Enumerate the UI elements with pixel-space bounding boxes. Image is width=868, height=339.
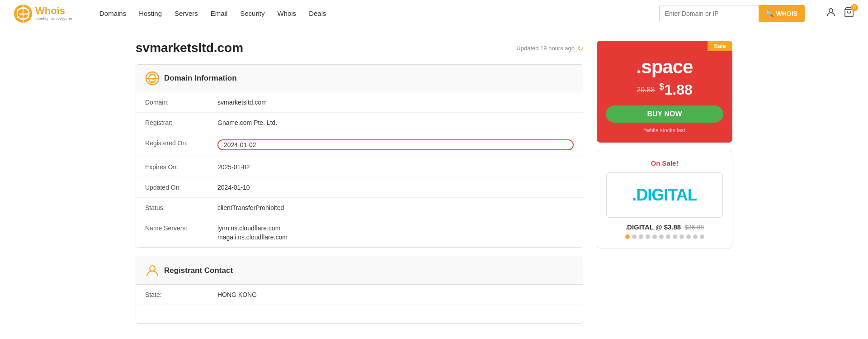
search-input[interactable] bbox=[659, 5, 759, 22]
nav-item-deals[interactable]: Deals bbox=[309, 10, 326, 17]
person-icon bbox=[145, 263, 160, 278]
dot-7[interactable] bbox=[666, 234, 670, 239]
domain-info-card-header: www Domain Information bbox=[136, 65, 583, 92]
domain-title-row: svmarketsltd.com Updated 19 hours ago ↻ bbox=[136, 41, 583, 55]
dot-4[interactable] bbox=[646, 234, 650, 239]
nav-item-domains[interactable]: Domains bbox=[99, 10, 126, 17]
refresh-icon[interactable]: ↻ bbox=[577, 44, 583, 53]
buy-now-button[interactable]: BUY NOW bbox=[606, 105, 723, 123]
expires-on-value: 2025-01-02 bbox=[217, 163, 574, 171]
table-row: Registered On: 2024-01-02 bbox=[136, 133, 583, 157]
status-value: clientTransferProhibited bbox=[217, 204, 574, 211]
search-area: 🔍 WHOIS bbox=[659, 5, 805, 22]
space-promo-card: Sale .space 29.88 $1.88 BUY NOW *while s… bbox=[597, 41, 732, 143]
nav-item-security[interactable]: Security bbox=[240, 10, 264, 17]
updated-label: Updated 19 hours ago bbox=[516, 45, 575, 52]
registrant-card-header: Registrant Contact bbox=[136, 257, 583, 285]
sidebar: Sale .space 29.88 $1.88 BUY NOW *while s… bbox=[597, 41, 732, 333]
domain-value: svmarketsltd.com bbox=[217, 99, 574, 106]
dot-1[interactable] bbox=[625, 234, 630, 239]
table-row bbox=[136, 305, 583, 323]
search-button-label: WHOIS bbox=[776, 10, 797, 17]
nameserver-1: lynn.ns.cloudflare.com bbox=[217, 224, 574, 232]
dot-3[interactable] bbox=[639, 234, 643, 239]
nameservers-value: lynn.ns.cloudflare.com magali.ns.cloudfl… bbox=[217, 224, 574, 241]
user-icon[interactable] bbox=[826, 7, 836, 20]
space-old-price: 29.88 bbox=[637, 86, 655, 94]
nameservers-label: Name Servers: bbox=[145, 224, 217, 232]
table-row: Expires On: 2025-01-02 bbox=[136, 157, 583, 177]
digital-promo-card: On Sale! .DIGITAL .DIGITAL @ $3.88 $36.8… bbox=[597, 150, 732, 248]
main-nav: Domains Hosting Servers Email Security W… bbox=[99, 10, 646, 17]
digital-box: .DIGITAL bbox=[606, 172, 723, 218]
space-domain-text: .space bbox=[606, 56, 723, 78]
nav-item-hosting[interactable]: Hosting bbox=[139, 10, 162, 17]
sale-badge: Sale bbox=[708, 41, 732, 51]
main-wrapper: svmarketsltd.com Updated 19 hours ago ↻ … bbox=[127, 27, 741, 339]
carousel-dots bbox=[606, 234, 723, 239]
dot-5[interactable] bbox=[652, 234, 657, 239]
digital-old-price: $36.88 bbox=[684, 224, 704, 231]
digital-price-row: .DIGITAL @ $3.88 $36.88 bbox=[606, 223, 723, 231]
dot-10[interactable] bbox=[686, 234, 691, 239]
updated-on-value: 2024-01-10 bbox=[217, 184, 574, 191]
content-area: svmarketsltd.com Updated 19 hours ago ↻ … bbox=[136, 41, 583, 333]
dollar-sign: $ bbox=[659, 81, 664, 91]
dot-11[interactable] bbox=[693, 234, 698, 239]
table-row: Status: clientTransferProhibited bbox=[136, 198, 583, 218]
state-value: HONG KONG bbox=[217, 291, 574, 298]
dot-8[interactable] bbox=[673, 234, 677, 239]
svg-point-10 bbox=[150, 266, 155, 271]
nav-item-whois[interactable]: Whois bbox=[277, 10, 296, 17]
registrar-label: Registrar: bbox=[145, 119, 217, 126]
on-sale-label: On Sale! bbox=[606, 159, 723, 167]
table-row: Name Servers: lynn.ns.cloudflare.com mag… bbox=[136, 218, 583, 247]
table-row: Domain: svmarketsltd.com bbox=[136, 92, 583, 113]
svg-point-4 bbox=[829, 9, 833, 12]
state-label: State: bbox=[145, 291, 217, 298]
logo[interactable]: www Whois Identity for everyone bbox=[14, 4, 86, 23]
registrar-value: Gname.com Pte. Ltd. bbox=[217, 119, 574, 126]
search-button[interactable]: 🔍 WHOIS bbox=[759, 5, 805, 22]
header: www Whois Identity for everyone Domains … bbox=[0, 0, 868, 27]
logo-icon: www bbox=[14, 4, 33, 23]
domain-title: svmarketsltd.com bbox=[136, 41, 243, 55]
table-row: Updated On: 2024-01-10 bbox=[136, 177, 583, 198]
while-stocks-label: *while stocks last bbox=[606, 127, 723, 134]
table-row: State: HONG KONG bbox=[136, 285, 583, 305]
nav-item-servers[interactable]: Servers bbox=[175, 10, 198, 17]
domain-label: Domain: bbox=[145, 99, 217, 106]
search-icon: 🔍 bbox=[766, 10, 774, 17]
dot-9[interactable] bbox=[679, 234, 684, 239]
logo-whois-label: Whois bbox=[35, 5, 72, 16]
dot-2[interactable] bbox=[632, 234, 637, 239]
header-icons: 0 bbox=[826, 7, 854, 20]
svg-text:www: www bbox=[19, 12, 29, 16]
digital-main-price: .DIGITAL @ $3.88 bbox=[625, 223, 681, 231]
table-row: Registrar: Gname.com Pte. Ltd. bbox=[136, 113, 583, 133]
registrant-contact-card: Registrant Contact State: HONG KONG bbox=[136, 257, 583, 324]
updated-on-label: Updated On: bbox=[145, 184, 217, 191]
svg-text:www: www bbox=[149, 77, 157, 80]
registrant-title: Registrant Contact bbox=[164, 266, 233, 275]
dot-12[interactable] bbox=[700, 234, 704, 239]
domain-info-body: Domain: svmarketsltd.com Registrar: Gnam… bbox=[136, 92, 583, 247]
cart-icon[interactable]: 0 bbox=[844, 7, 854, 20]
dot-6[interactable] bbox=[659, 234, 664, 239]
nav-item-email[interactable]: Email bbox=[211, 10, 228, 17]
domain-info-title: Domain Information bbox=[164, 74, 237, 83]
cart-badge: 0 bbox=[851, 4, 858, 11]
nameserver-2: magali.ns.cloudflare.com bbox=[217, 234, 574, 241]
space-new-price: $1.88 bbox=[659, 81, 692, 98]
registered-on-value: 2024-01-02 bbox=[217, 139, 574, 150]
updated-info: Updated 19 hours ago ↻ bbox=[516, 44, 583, 53]
domain-info-card: www Domain Information Domain: svmarkets… bbox=[136, 64, 583, 248]
registrant-body: State: HONG KONG bbox=[136, 285, 583, 323]
www-icon: www bbox=[145, 71, 160, 86]
expires-on-label: Expires On: bbox=[145, 163, 217, 171]
logo-text: Whois Identity for everyone bbox=[35, 5, 72, 21]
status-label: Status: bbox=[145, 204, 217, 211]
digital-domain-text: .DIGITAL bbox=[616, 186, 713, 205]
space-price-row: 29.88 $1.88 bbox=[606, 81, 723, 98]
registered-on-label: Registered On: bbox=[145, 139, 217, 147]
